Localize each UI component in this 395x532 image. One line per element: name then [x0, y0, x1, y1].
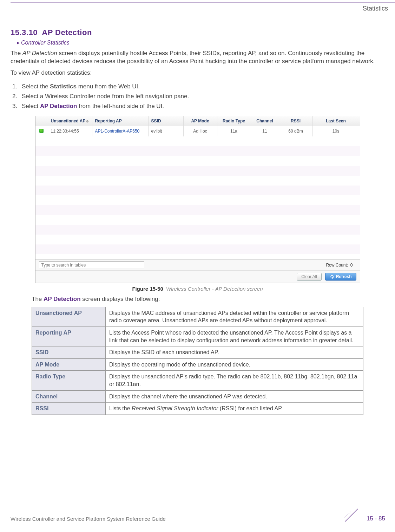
sort-icon: ⊙ [86, 120, 89, 123]
cell-lastseen: 10s [313, 126, 359, 136]
table-footer: Row Count: 0 [35, 260, 360, 270]
clear-all-button[interactable]: Clear All [297, 273, 322, 281]
footer-text: Wireless Controller and Service Platform… [11, 516, 166, 522]
refresh-button-label: Refresh [336, 274, 352, 279]
def-term: Unsanctioned AP [32, 307, 106, 326]
cell-unsanctioned: 11:22:33:44:55 [48, 126, 92, 136]
col-status[interactable] [35, 116, 48, 126]
intro-emph: AP Detection [22, 50, 57, 56]
step-2: Select a Wireless Controller node from t… [19, 93, 384, 100]
reporting-ap-link[interactable]: AP1-ControllerA-AP650 [95, 129, 140, 134]
section-title: AP Detection [42, 28, 92, 37]
status-ok-icon [39, 129, 44, 133]
def-row: SSID Displays the SSID of each unsanctio… [32, 346, 363, 359]
cell-reporting[interactable]: AP1-ControllerA-AP650 [92, 126, 149, 136]
figure-label: Figure 15-50 [132, 286, 163, 292]
footer-slash-icon [342, 506, 360, 524]
cell-rssi: 60 dBm [279, 126, 313, 136]
col-apmode[interactable]: AP Mode [184, 116, 217, 126]
cell-ssid: evilbit [149, 126, 184, 136]
def-term: SSID [32, 346, 106, 359]
def-desc: Displays the unsanctioned AP's radio typ… [106, 371, 363, 390]
cell-channel: 11 [251, 126, 279, 136]
def-term: Radio Type [32, 371, 106, 390]
page-header-section: Statistics [363, 5, 388, 12]
breadcrumb-label: Controller Statistics [21, 40, 70, 46]
row-status-icon [35, 126, 48, 136]
empty-rows [35, 136, 360, 254]
def-desc: Displays the MAC address of unsanctioned… [106, 307, 363, 326]
def-desc: Displays the operating mode of the unsan… [106, 358, 363, 371]
breadcrumb-arrow-icon: ▸ [17, 39, 20, 46]
figure-text: Wireless Controller - AP Detection scree… [166, 286, 263, 292]
col-rssi[interactable]: RSSI [279, 116, 313, 126]
def-term: Reporting AP [32, 326, 106, 346]
section-heading: 15.3.10 AP Detection [11, 28, 384, 37]
after-figure-text: The AP Detection screen displays the fol… [32, 295, 363, 303]
def-desc: Lists the Access Point whose radio detec… [106, 326, 363, 346]
def-row: Radio Type Displays the unsanctioned AP'… [32, 371, 363, 390]
svg-line-1 [344, 511, 351, 519]
table-body: 11:22:33:44:55 AP1-ControllerA-AP650 evi… [35, 126, 360, 260]
refresh-icon [330, 274, 335, 279]
def-desc: Displays the channel where the unsanctio… [106, 390, 363, 403]
search-input[interactable] [39, 261, 144, 269]
cell-apmode: Ad Hoc [184, 126, 217, 136]
breadcrumb[interactable]: ▸Controller Statistics [17, 39, 384, 46]
definitions-table: Unsanctioned AP Displays the MAC address… [32, 307, 363, 415]
def-row: RSSI Lists the Received Signal Strength … [32, 403, 363, 415]
button-row: Clear All Refresh [35, 270, 360, 283]
col-radiotype[interactable]: Radio Type [217, 116, 251, 126]
page-footer: Wireless Controller and Service Platform… [11, 516, 395, 522]
def-desc: Lists the Received Signal Strength Indic… [106, 403, 363, 415]
def-term: Channel [32, 390, 106, 403]
def-row: Channel Displays the channel where the u… [32, 390, 363, 403]
def-row: AP Mode Displays the operating mode of t… [32, 358, 363, 371]
refresh-button[interactable]: Refresh [325, 273, 356, 281]
section-number: 15.3.10 [11, 28, 38, 37]
col-lastseen[interactable]: Last Seen [313, 116, 359, 126]
def-row: Unsanctioned AP Displays the MAC address… [32, 307, 363, 326]
intro-paragraph: The AP Detection screen displays potenti… [11, 49, 384, 66]
def-row: Reporting AP Lists the Access Point whos… [32, 326, 363, 346]
cell-radiotype: 11a [217, 126, 251, 136]
def-term: AP Mode [32, 358, 106, 371]
def-desc: Displays the SSID of each unsanctioned A… [106, 346, 363, 359]
col-unsanctioned[interactable]: Unsanctioned AP⊙ [48, 116, 92, 126]
ap-detection-screenshot: Unsanctioned AP⊙ Reporting AP SSID AP Mo… [35, 116, 360, 283]
def-term: RSSI [32, 403, 106, 415]
step-3: Select AP Detection from the left-hand s… [19, 103, 384, 110]
steps-list: Select the Statistics menu from the Web … [11, 83, 384, 110]
row-count: Row Count: 0 [326, 263, 353, 268]
table-row[interactable]: 11:22:33:44:55 AP1-ControllerA-AP650 evi… [35, 126, 360, 136]
lead-text: To view AP detection statistics: [11, 69, 384, 77]
figure-caption: Figure 15-50 Wireless Controller - AP De… [11, 286, 384, 292]
page-top-rule [11, 2, 395, 2]
col-ssid[interactable]: SSID [149, 116, 184, 126]
page-number: 15 - 85 [367, 515, 385, 522]
col-reporting[interactable]: Reporting AP [92, 116, 149, 126]
step-1: Select the Statistics menu from the Web … [19, 83, 384, 90]
table-header-row: Unsanctioned AP⊙ Reporting AP SSID AP Mo… [35, 116, 360, 126]
col-channel[interactable]: Channel [251, 116, 279, 126]
